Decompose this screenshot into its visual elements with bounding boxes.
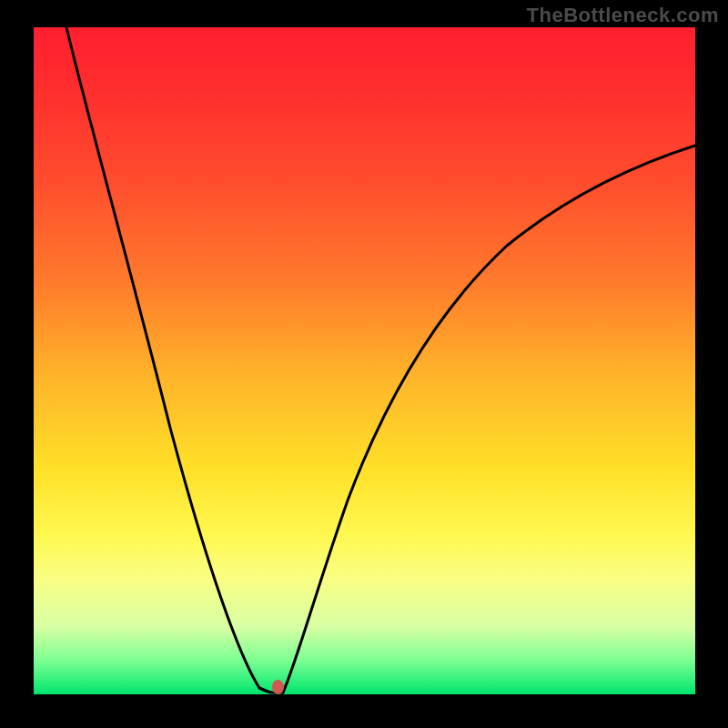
curve-right-branch — [283, 146, 695, 693]
optimal-point-marker — [272, 680, 284, 694]
chart-frame: TheBottleneck.com — [0, 0, 728, 728]
bottleneck-curve — [34, 27, 695, 694]
watermark-text: TheBottleneck.com — [527, 4, 719, 27]
plot-area — [34, 27, 695, 694]
curve-left-branch — [66, 27, 270, 693]
